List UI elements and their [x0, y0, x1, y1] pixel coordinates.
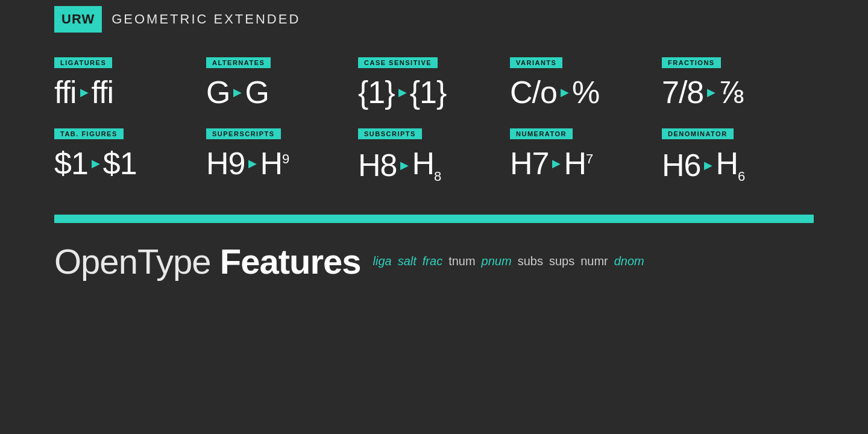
subs-sub: 8 [434, 169, 441, 184]
tag-dnom: dnom [614, 254, 644, 268]
dnom-after: H6 [715, 146, 744, 184]
feature-grid-row1: LIGATURES ffi ▶ ffi ALTERNATES G ▶ G CAS… [54, 57, 814, 122]
tag-pnum: pnum [482, 254, 512, 268]
dnom-before: H6 [662, 148, 700, 183]
tag-subs: subs [518, 254, 543, 268]
feature-alternates: ALTERNATES G ▶ G [206, 57, 358, 122]
feature-grid-row2: TAB. FIGURES $1 ▶ $1 SUPERSCRIPTS H9 ▶ H… [54, 128, 814, 197]
lig-arrow: ▶ [80, 87, 88, 99]
sups-sup: 9 [282, 151, 289, 166]
lig-after: ffi [92, 75, 114, 110]
numr-after: H7 [564, 146, 593, 181]
tag-salt: salt [398, 254, 417, 268]
dnom-label: DENOMINATOR [662, 128, 734, 139]
header: URW GEOMETRIC EXTENDED [54, 0, 814, 33]
frac-before: 7/8 [662, 75, 703, 110]
tag-numr: numr [580, 254, 608, 268]
tag-sups: sups [549, 254, 574, 268]
title-text: GEOMETRIC EXTENDED [102, 6, 310, 33]
footer-title: OpenType Features [54, 241, 361, 281]
numr-before: H7 [510, 146, 549, 181]
sups-after: H9 [260, 146, 289, 181]
footer: OpenType Features liga salt frac tnum pn… [54, 241, 814, 281]
var-before: C/o [510, 75, 557, 110]
fractions-demo: 7/8 ▶ ⅞ [662, 75, 808, 110]
lig-before: ffi [54, 75, 77, 110]
sups-arrow: ▶ [248, 158, 256, 170]
sups-demo: H9 ▶ H9 [206, 146, 352, 181]
case-demo: {1} ▶ {1} [358, 75, 504, 110]
feature-variants: VARIANTS C/o ▶ % [510, 57, 662, 122]
feature-numerator: NUMERATOR H7 ▶ H7 [510, 128, 662, 197]
case-after: {1} [410, 75, 447, 110]
dnom-arrow: ▶ [704, 160, 712, 172]
subs-after: H8 [412, 146, 441, 184]
divider-bar [54, 215, 814, 223]
sups-label: SUPERSCRIPTS [206, 128, 281, 139]
feature-tab-figures: TAB. FIGURES $1 ▶ $1 [54, 128, 206, 197]
tag-tnum: tnum [448, 254, 475, 268]
tab-demo: $1 ▶ $1 [54, 146, 200, 181]
tab-arrow: ▶ [92, 158, 99, 170]
feature-fractions: FRACTIONS 7/8 ▶ ⅞ [662, 57, 814, 122]
ligatures-demo: ffi ▶ ffi [54, 75, 200, 110]
feature-ligatures: LIGATURES ffi ▶ ffi [54, 57, 206, 122]
feature-denominator: DENOMINATOR H6 ▶ H6 [662, 128, 814, 197]
footer-bold-text: Features [220, 242, 361, 281]
alt-after: G [245, 75, 268, 110]
dnom-sub: 6 [738, 169, 744, 184]
numr-sup: 7 [586, 151, 593, 166]
ligatures-label: LIGATURES [54, 57, 112, 68]
numr-label: NUMERATOR [510, 128, 573, 139]
alt-arrow: ▶ [233, 87, 241, 99]
subs-demo: H8 ▶ H8 [358, 146, 504, 184]
tab-before: $1 [54, 146, 88, 181]
var-after: % [572, 75, 599, 110]
footer-tags: liga salt frac tnum pnum subs sups numr … [373, 254, 644, 268]
alternates-demo: G ▶ G [206, 75, 352, 110]
title-bar: URW GEOMETRIC EXTENDED [54, 6, 310, 33]
case-before: {1} [358, 75, 395, 110]
feature-case-sensitive: CASE SENSITIVE {1} ▶ {1} [358, 57, 510, 122]
subs-arrow: ▶ [400, 160, 408, 172]
feature-subscripts: SUBSCRIPTS H8 ▶ H8 [358, 128, 510, 197]
subs-before: H8 [358, 148, 397, 183]
brand-urw: URW [54, 11, 102, 27]
footer-light-text: OpenType [54, 242, 220, 281]
tag-liga: liga [373, 254, 392, 268]
subs-label: SUBSCRIPTS [358, 128, 422, 139]
tab-label: TAB. FIGURES [54, 128, 124, 139]
tag-frac: frac [423, 254, 442, 268]
tab-after: $1 [103, 146, 137, 181]
var-arrow: ▶ [561, 87, 568, 99]
dnom-demo: H6 ▶ H6 [662, 146, 808, 184]
alt-before: G [206, 75, 230, 110]
numr-demo: H7 ▶ H7 [510, 146, 656, 181]
variants-demo: C/o ▶ % [510, 75, 656, 110]
variants-label: VARIANTS [510, 57, 562, 68]
sups-before: H9 [206, 146, 245, 181]
numr-arrow: ▶ [552, 158, 560, 170]
page: URW GEOMETRIC EXTENDED LIGATURES ffi ▶ f… [0, 0, 868, 434]
case-label: CASE SENSITIVE [358, 57, 438, 68]
case-arrow: ▶ [398, 87, 406, 99]
alternates-label: ALTERNATES [206, 57, 271, 68]
feature-superscripts: SUPERSCRIPTS H9 ▶ H9 [206, 128, 358, 197]
frac-arrow: ▶ [707, 87, 715, 99]
fractions-label: FRACTIONS [662, 57, 721, 68]
frac-after: ⅞ [719, 75, 744, 110]
